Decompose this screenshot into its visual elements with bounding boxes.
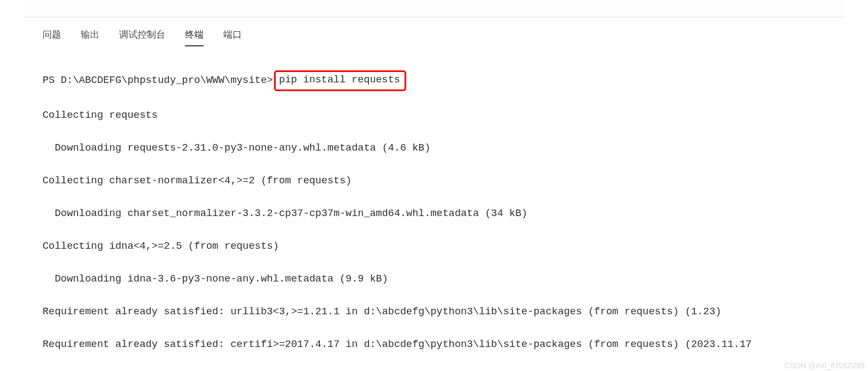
output-line: Collecting charset-normalizer<4,>=2 (fro… — [43, 173, 868, 189]
prompt-path: PS D:\ABCDEFG\phpstudy_pro\WWW\mysite> — [43, 73, 273, 89]
output-line: Downloading requests-2.31.0-py3-none-any… — [43, 140, 868, 157]
window-top-bar — [25, 0, 843, 17]
terminal-output[interactable]: PS D:\ABCDEFG\phpstudy_pro\WWW\mysite> p… — [0, 54, 868, 371]
output-line: Requirement already satisfied: certifi>=… — [43, 337, 868, 353]
panel-tabs: 问题 输出 调试控制台 终端 端口 — [0, 17, 868, 54]
output-line: Downloading charset_normalizer-3.3.2-cp3… — [43, 206, 868, 222]
output-line: Downloading idna-3.6-py3-none-any.whl.me… — [43, 271, 868, 288]
tab-ports[interactable]: 端口 — [223, 28, 242, 46]
command-highlight: pip install requests — [274, 70, 406, 91]
tab-terminal[interactable]: 终端 — [185, 28, 204, 46]
output-line: Requirement already satisfied: urllib3<3… — [43, 304, 868, 320]
tab-output[interactable]: 输出 — [81, 28, 99, 46]
tab-problems[interactable]: 问题 — [43, 28, 61, 46]
watermark: CSDN @m0_67052295 — [784, 361, 865, 370]
output-line: Collecting requests — [43, 107, 868, 124]
output-line: Collecting idna<4,>=2.5 (from requests) — [43, 238, 868, 255]
tab-debug-console[interactable]: 调试控制台 — [119, 28, 165, 46]
